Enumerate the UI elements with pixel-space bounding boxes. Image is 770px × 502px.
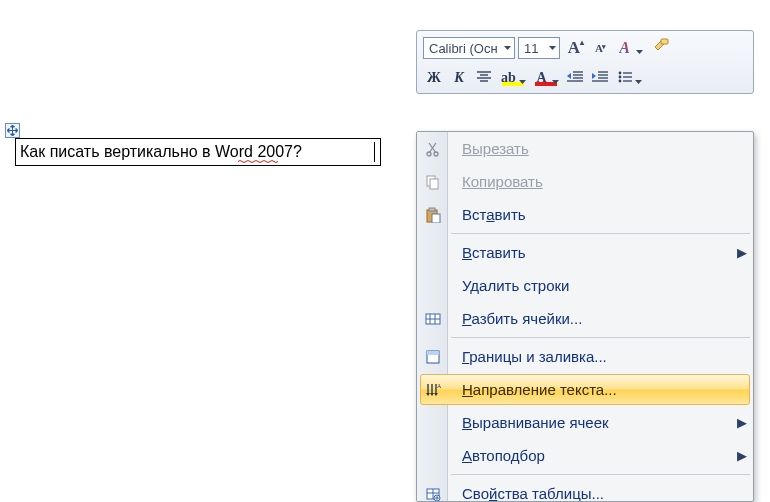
increase-indent-button[interactable] (589, 67, 611, 89)
center-align-button[interactable] (473, 67, 495, 89)
font-size-value: 11 (524, 41, 538, 56)
menu-item-cut[interactable]: Вырезать (417, 132, 753, 165)
menu-label: Границы и заливка... (448, 348, 753, 365)
text-caret (374, 142, 375, 162)
decrease-indent-button[interactable] (564, 67, 586, 89)
bold-button[interactable]: Ж (423, 67, 445, 89)
menu-item-table-properties[interactable]: Свойства таблицы... (417, 477, 753, 502)
svg-rect-35 (427, 351, 439, 355)
menu-separator (451, 474, 750, 475)
copy-icon (417, 165, 448, 198)
change-styles-button[interactable]: A (613, 37, 645, 59)
menu-separator (451, 233, 750, 234)
table-move-handle[interactable] (5, 123, 20, 138)
context-menu: Вырезать Копировать Вставить Вставить ▶ … (416, 131, 754, 502)
svg-rect-29 (432, 214, 440, 223)
svg-point-23 (427, 152, 431, 156)
menu-label: Копировать (448, 173, 753, 190)
spellcheck-squiggle (238, 160, 278, 163)
italic-button[interactable]: К (448, 67, 470, 89)
svg-rect-26 (430, 179, 438, 189)
menu-label: Свойства таблицы... (448, 485, 753, 502)
italic-icon: К (454, 70, 464, 86)
font-name-combo[interactable]: Calibri (Осн (423, 37, 515, 59)
shrink-font-button[interactable]: A▾ (588, 37, 610, 59)
text-direction-icon: A (417, 373, 448, 406)
svg-rect-0 (661, 39, 668, 44)
menu-item-delete-rows[interactable]: Удалить строки (417, 269, 753, 302)
bold-icon: Ж (427, 70, 441, 86)
chevron-down-icon (636, 50, 643, 54)
highlight-button[interactable]: ab (498, 67, 528, 89)
menu-item-autofit[interactable]: Автоподбор ▶ (417, 439, 753, 472)
menu-label: Выравнивание ячеек (448, 414, 731, 431)
menu-item-borders-shading[interactable]: Границы и заливка... (417, 340, 753, 373)
increase-indent-icon (592, 71, 608, 86)
paste-icon (417, 198, 448, 231)
center-align-icon (477, 71, 491, 86)
chevron-down-icon (549, 46, 556, 50)
menu-label: Вставить (448, 206, 753, 223)
move-handle-icon (7, 125, 18, 136)
table-properties-icon (417, 477, 448, 502)
menu-label: Вставить (448, 244, 731, 261)
svg-point-13 (618, 71, 621, 74)
menu-item-paste[interactable]: Вставить (417, 198, 753, 231)
decrease-indent-icon (567, 71, 583, 86)
menu-label: Вырезать (448, 140, 753, 157)
svg-rect-28 (429, 208, 435, 211)
font-size-combo[interactable]: 11 (518, 37, 560, 59)
format-painter-icon (652, 38, 670, 59)
blank-icon (417, 439, 448, 472)
blank-icon (417, 269, 448, 302)
submenu-arrow-icon: ▶ (731, 245, 753, 260)
cut-icon (417, 132, 448, 165)
svg-point-14 (618, 75, 621, 78)
menu-separator (451, 337, 750, 338)
menu-label: Автоподбор (448, 447, 731, 464)
chevron-down-icon (635, 80, 642, 84)
menu-label: Направление текста... (448, 381, 753, 398)
shrink-font-icon: A▾ (595, 42, 603, 54)
submenu-arrow-icon: ▶ (731, 415, 753, 430)
chevron-down-icon (519, 80, 526, 84)
menu-item-text-direction[interactable]: A Направление текста... (417, 373, 753, 406)
blank-icon (417, 406, 448, 439)
menu-label: Удалить строки (448, 277, 753, 294)
chevron-down-icon (552, 80, 559, 84)
font-name-value: Calibri (Осн (429, 41, 498, 56)
table-cell[interactable]: Как писать вертикально в Word 2007? (15, 138, 381, 166)
borders-icon (417, 340, 448, 373)
menu-label: Разбить ячейки... (448, 310, 753, 327)
bullets-icon (618, 71, 632, 86)
svg-point-15 (618, 79, 621, 82)
font-color-button[interactable]: A (531, 67, 561, 89)
mini-toolbar: Calibri (Осн 11 A▴ A▾ A (416, 30, 754, 94)
chevron-down-icon (504, 46, 511, 50)
menu-item-paste-special[interactable]: Вставить ▶ (417, 236, 753, 269)
change-styles-icon: A (619, 39, 630, 57)
svg-point-24 (434, 152, 438, 156)
grow-font-button[interactable]: A▴ (563, 37, 585, 59)
menu-item-split-cells[interactable]: Разбить ячейки... (417, 302, 753, 335)
submenu-arrow-icon: ▶ (731, 448, 753, 463)
menu-item-copy[interactable]: Копировать (417, 165, 753, 198)
blank-icon (417, 236, 448, 269)
grow-font-icon: A▴ (568, 38, 580, 58)
bullets-button[interactable] (614, 67, 644, 89)
svg-text:A: A (437, 383, 441, 389)
format-painter-button[interactable] (648, 37, 674, 59)
menu-item-cell-alignment[interactable]: Выравнивание ячеек ▶ (417, 406, 753, 439)
split-cells-icon (417, 302, 448, 335)
cell-text: Как писать вертикально в Word 2007? (20, 143, 302, 161)
